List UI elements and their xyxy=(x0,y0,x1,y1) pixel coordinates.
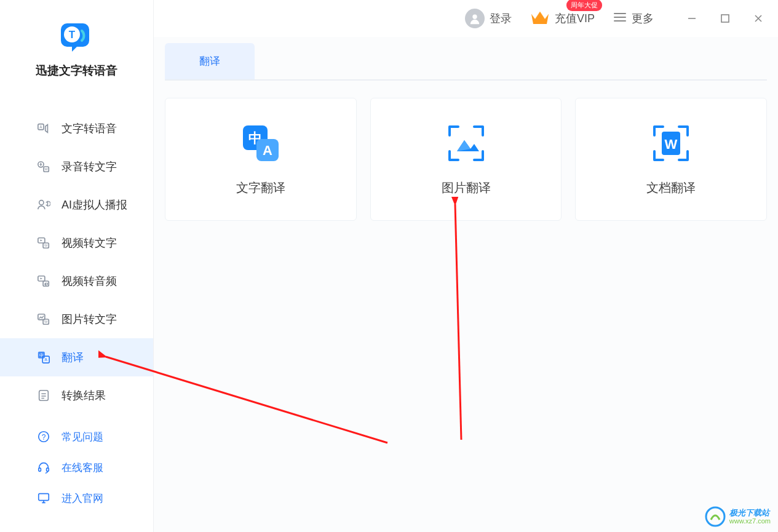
watermark-url: www.xz7.com xyxy=(729,517,771,525)
text-to-speech-icon: A xyxy=(37,122,50,135)
audio-to-text-icon: W xyxy=(37,160,50,173)
video-to-text-icon: W xyxy=(37,236,50,250)
website-label: 进入官网 xyxy=(62,491,103,506)
card-label: 文档翻译 xyxy=(646,180,696,196)
svg-text:A: A xyxy=(39,125,42,129)
sidebar-item-label: 录音转文字 xyxy=(62,159,117,174)
card-image-translate[interactable]: 图片翻译 xyxy=(370,98,562,221)
vip-button[interactable]: 充值VIP 周年大促 xyxy=(530,9,595,28)
sidebar-item-label: 视频转文字 xyxy=(62,236,117,250)
crown-icon xyxy=(530,9,550,28)
sidebar-item-video-to-text[interactable]: W 视频转文字 xyxy=(0,224,153,262)
sidebar-item-results[interactable]: 转换结果 xyxy=(0,376,153,415)
sidebar-item-audio-to-text[interactable]: W 录音转文字 xyxy=(0,148,153,186)
svg-rect-20 xyxy=(39,391,49,401)
card-text-translate[interactable]: 中A 文字翻译 xyxy=(165,98,357,221)
sidebar-item-label: 视频转音频 xyxy=(62,274,117,288)
sidebar-nav: A 文字转语音 W 录音转文字 AI虚拟人播报 W 视频转文字 视 xyxy=(0,109,153,415)
app-logo-icon: T xyxy=(60,18,94,53)
login-button[interactable]: 登录 xyxy=(465,9,512,28)
feature-cards: 中A 文字翻译 图片翻译 xyxy=(165,98,767,221)
svg-text:W: W xyxy=(45,167,49,171)
sidebar-item-label: 翻译 xyxy=(62,350,84,365)
text-translate-icon: 中A xyxy=(240,123,281,164)
svg-rect-24 xyxy=(47,468,49,472)
video-to-audio-icon xyxy=(37,274,50,288)
sidebar-item-image-to-text[interactable]: W 图片转文字 xyxy=(0,300,153,338)
vip-badge: 周年大促 xyxy=(566,0,602,11)
app-title: 迅捷文字转语音 xyxy=(36,63,117,79)
close-button[interactable] xyxy=(751,11,766,26)
watermark-title: 极光下载站 xyxy=(729,509,769,517)
results-icon xyxy=(37,389,50,402)
svg-text:T: T xyxy=(68,29,75,41)
sidebar-item-text-to-speech[interactable]: A 文字转语音 xyxy=(0,109,153,148)
sidebar-item-label: AI虚拟人播报 xyxy=(62,197,127,212)
svg-rect-27 xyxy=(721,15,729,22)
card-label: 文字翻译 xyxy=(236,180,285,196)
sidebar-item-label: 文字转语音 xyxy=(62,121,117,136)
svg-text:A: A xyxy=(263,143,272,158)
website-link[interactable]: 进入官网 xyxy=(0,483,153,514)
maximize-button[interactable] xyxy=(718,11,732,26)
monitor-icon xyxy=(37,491,50,505)
sidebar-item-label: 图片转文字 xyxy=(62,312,117,327)
sidebar-item-ai-avatar[interactable]: AI虚拟人播报 xyxy=(0,186,153,224)
watermark: 极光下载站 www.xz7.com xyxy=(705,506,771,527)
faq-label: 常见问题 xyxy=(62,430,103,444)
window-controls xyxy=(685,11,766,26)
main-area: 登录 充值VIP 周年大促 更多 xyxy=(154,0,778,532)
svg-point-26 xyxy=(472,15,477,19)
card-doc-translate[interactable]: W 文档翻译 xyxy=(575,98,767,221)
logo-area: T 迅捷文字转语音 xyxy=(0,18,153,79)
sidebar-item-label: 转换结果 xyxy=(62,388,106,403)
translate-icon: 中A xyxy=(37,351,50,364)
image-translate-icon xyxy=(446,123,486,164)
header: 登录 充值VIP 周年大促 更多 xyxy=(154,0,778,37)
card-label: 图片翻译 xyxy=(442,180,491,196)
svg-text:?: ? xyxy=(42,433,46,442)
svg-text:W: W xyxy=(665,137,678,152)
content-area: 翻译 中A 文字翻译 图片翻译 xyxy=(154,37,778,532)
svg-text:W: W xyxy=(44,244,48,247)
more-label: 更多 xyxy=(632,11,654,26)
svg-rect-25 xyxy=(39,494,49,501)
more-button[interactable]: 更多 xyxy=(613,11,654,26)
support-label: 在线客服 xyxy=(62,461,103,475)
watermark-logo-icon xyxy=(705,506,726,527)
tab-translate[interactable]: 翻译 xyxy=(165,43,255,79)
svg-point-36 xyxy=(706,507,724,526)
sidebar-item-translate[interactable]: 中A 翻译 xyxy=(0,338,153,376)
svg-text:A: A xyxy=(45,357,48,362)
ai-avatar-icon xyxy=(37,198,50,212)
sidebar-item-video-to-audio[interactable]: 视频转音频 xyxy=(0,262,153,300)
svg-point-7 xyxy=(39,200,44,205)
hamburger-icon xyxy=(613,12,627,26)
doc-translate-icon: W xyxy=(651,123,691,164)
svg-rect-23 xyxy=(39,468,41,472)
minimize-button[interactable] xyxy=(685,11,699,26)
faq-link[interactable]: ? 常见问题 xyxy=(0,421,153,452)
tab-row: 翻译 xyxy=(165,43,767,81)
vip-label: 充值VIP xyxy=(555,11,595,26)
sidebar: T 迅捷文字转语音 A 文字转语音 W 录音转文字 AI虚拟人播报 xyxy=(0,0,154,532)
support-link[interactable]: 在线客服 xyxy=(0,452,153,483)
headset-icon xyxy=(37,461,50,474)
sidebar-bottom-links: ? 常见问题 在线客服 进入官网 xyxy=(0,421,153,532)
login-label: 登录 xyxy=(490,11,512,26)
user-avatar-icon xyxy=(465,9,485,28)
svg-text:W: W xyxy=(44,320,48,324)
image-to-text-icon: W xyxy=(37,312,50,326)
question-icon: ? xyxy=(37,430,50,443)
